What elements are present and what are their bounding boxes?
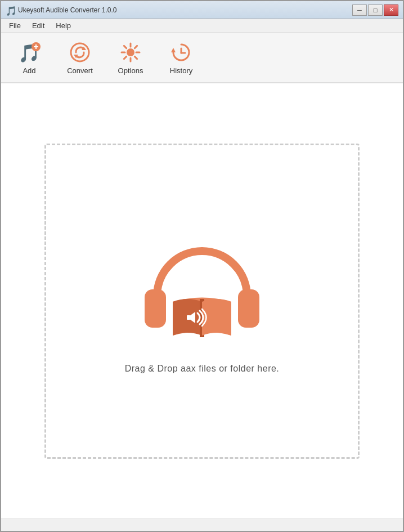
history-label: History xyxy=(170,66,192,75)
options-icon xyxy=(119,41,142,64)
history-button[interactable]: History xyxy=(159,37,204,79)
svg-point-4 xyxy=(71,43,89,61)
close-button[interactable]: ✕ xyxy=(384,5,398,16)
add-music-icon: 🎵 xyxy=(17,41,41,64)
app-icon: 🎵 xyxy=(6,6,15,15)
main-content: Drag & Drop aax files or folder here. xyxy=(1,83,403,518)
menu-edit[interactable]: Edit xyxy=(26,20,50,31)
menu-bar: File Edit Help xyxy=(1,19,403,33)
add-label: Add xyxy=(23,66,35,75)
menu-help[interactable]: Help xyxy=(50,20,77,31)
options-button[interactable]: Options xyxy=(108,37,153,79)
svg-marker-8 xyxy=(171,48,176,52)
maximize-button[interactable]: □ xyxy=(368,5,383,16)
svg-point-7 xyxy=(127,48,134,56)
convert-label: Convert xyxy=(67,66,93,75)
headphones-book-icon xyxy=(129,229,275,352)
svg-rect-12 xyxy=(238,289,259,328)
drop-zone-text: Drag & Drop aax files or folder here. xyxy=(125,364,280,374)
svg-rect-14 xyxy=(187,315,190,320)
main-window: 🎵 Ukeysoft Audible Converter 1.0.0 ─ □ ✕… xyxy=(0,0,404,532)
convert-button[interactable]: Convert xyxy=(57,37,102,79)
svg-rect-11 xyxy=(145,289,166,328)
status-bar xyxy=(1,518,403,531)
convert-icon xyxy=(68,41,92,64)
title-bar: 🎵 Ukeysoft Audible Converter 1.0.0 ─ □ ✕ xyxy=(1,1,403,19)
history-icon xyxy=(169,41,193,64)
title-bar-left: 🎵 Ukeysoft Audible Converter 1.0.0 xyxy=(6,6,116,15)
menu-file[interactable]: File xyxy=(3,20,26,31)
add-button[interactable]: 🎵 Add xyxy=(7,37,52,79)
options-label: Options xyxy=(118,66,143,75)
minimize-button[interactable]: ─ xyxy=(352,5,367,16)
title-bar-controls: ─ □ ✕ xyxy=(352,5,398,16)
toolbar: 🎵 Add Convert xyxy=(1,33,403,83)
window-title: Ukeysoft Audible Converter 1.0.0 xyxy=(18,6,116,14)
drop-zone[interactable]: Drag & Drop aax files or folder here. xyxy=(44,144,360,459)
